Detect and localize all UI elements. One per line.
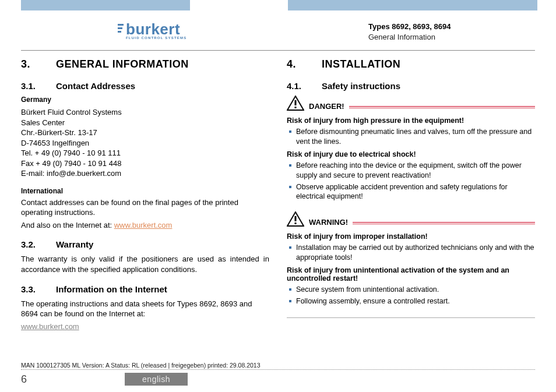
warning-box: WARNING! Risk of injury from improper in… [287,211,535,318]
heading-3-text: GENERAL INFORMATION [56,58,189,70]
heading-4-1: 4.1.Safety instructions [287,81,535,91]
addr-line: Tel. + 49 (0) 7940 - 10 91 111 [21,148,269,158]
danger-bar [349,106,535,109]
warning-bullet: Following assembly, ensure a controlled … [287,296,535,306]
heading-3-num: 3. [21,58,56,70]
heading-3-1-num: 3.1. [21,81,56,91]
document-page: burkert FLUID CONTROL SYSTEMS Types 8692… [0,0,556,392]
danger-bullet: Observe applicable accident prevention a… [287,182,535,202]
header-rule [21,50,535,51]
svg-rect-5 [295,223,297,224]
intl-para-2: And also on the Internet at: www.burkert… [21,220,269,231]
brand-name: burkert [126,20,186,38]
addr-line: D-74653 Ingelfingen [21,138,269,149]
header-accent-left [21,0,190,10]
svg-rect-1 [295,100,297,105]
addr-line: Sales Center [21,118,269,128]
heading-4-1-num: 4.1. [287,81,322,91]
warning-risk-1: Risk of injury from improper installatio… [287,232,535,241]
heading-4-text: INSTALLATION [322,58,400,70]
doc-section: General Information [368,33,451,41]
content-columns: 3.GENERAL INFORMATION 3.1.Contact Addres… [21,58,535,362]
heading-3-2-text: Warranty [56,239,93,249]
heading-3-3-text: Information on the Internet [56,284,167,294]
danger-bullet: Before dismounting pneumatic lines and v… [287,127,535,147]
heading-3-2-num: 3.2. [21,239,56,249]
burkert-link-gray[interactable]: www.burkert.com [21,322,79,331]
doc-info: Types 8692, 8693, 8694 General Informati… [368,22,451,41]
heading-4-num: 4. [287,58,322,70]
footer-meta: MAN 1000127305 ML Version: A Status: RL … [21,362,535,370]
addr-line: E-mail: info@de.buerkert.com [21,168,269,179]
heading-4-1-text: Safety instructions [322,81,400,91]
page-footer: MAN 1000127305 ML Version: A Status: RL … [21,362,535,392]
heading-3: 3.GENERAL INFORMATION [21,58,269,70]
intl-para-1: Contact addresses can be found on the fi… [21,197,269,218]
danger-risk-1: Risk of injury from high pressure in the… [287,116,535,125]
burkert-link[interactable]: www.burkert.com [114,221,173,229]
svg-rect-2 [295,107,297,108]
warning-label: WARNING! [309,218,348,227]
page-number: 6 [21,373,27,386]
addr-line: Fax + 49 (0) 7940 - 10 91 448 [21,158,269,169]
heading-3-1-text: Contact Addresses [56,81,135,91]
left-column: 3.GENERAL INFORMATION 3.1.Contact Addres… [21,58,269,362]
page-header: burkert FLUID CONTROL SYSTEMS Types 8692… [0,0,556,50]
heading-3-2: 3.2.Warranty [21,239,269,249]
danger-icon [287,96,304,111]
danger-box: DANGER! Risk of injury from high pressur… [287,96,535,207]
heading-3-3: 3.3.Information on the Internet [21,284,269,294]
box-divider [287,317,535,318]
danger-bullet: Before reaching into the device or the e… [287,161,535,181]
address-block: Bürkert Fluid Control Systems Sales Cent… [21,107,269,179]
brand-logo: burkert FLUID CONTROL SYSTEMS [126,20,186,40]
danger-risk-2: Risk of injury due to electrical shock! [287,150,535,158]
language-badge: english [125,373,188,386]
warning-risk-2: Risk of injury from unintentional activa… [287,266,535,282]
intl-para-2-text: And also on the Internet at: [21,221,114,229]
label-international: International [21,187,269,195]
header-accent-right [288,0,537,10]
warning-bar [353,222,535,225]
warranty-para: The warranty is only valid if the positi… [21,254,269,274]
heading-3-1: 3.1.Contact Addresses [21,81,269,91]
svg-rect-4 [295,216,297,221]
warning-bullet: Installation may be carried out by autho… [287,243,535,263]
danger-label: DANGER! [309,102,344,111]
label-germany: Germany [21,96,269,104]
right-column: 4.INSTALLATION 4.1.Safety instructions D… [287,58,535,362]
addr-line: Bürkert Fluid Control Systems [21,107,269,118]
heading-3-3-num: 3.3. [21,284,56,294]
addr-line: Chr.-Bürkert-Str. 13-17 [21,128,269,138]
info-para: The operating instructions and data shee… [21,299,269,319]
heading-4: 4.INSTALLATION [287,58,535,70]
warning-bullet: Secure system from unintentional activat… [287,285,535,295]
warning-icon [287,211,304,227]
doc-types: Types 8692, 8693, 8694 [368,22,451,31]
